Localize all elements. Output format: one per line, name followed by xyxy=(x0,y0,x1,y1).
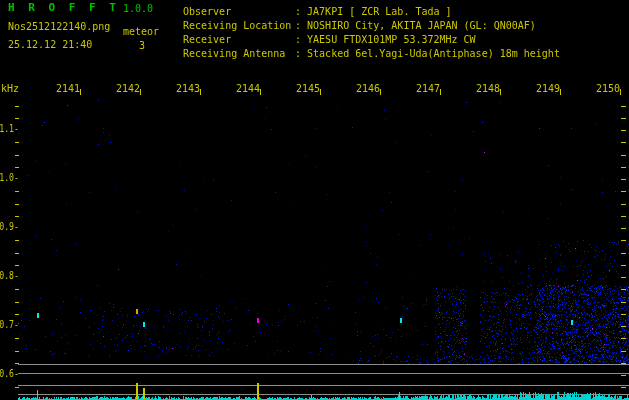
output-filename: Nos2512122140.png xyxy=(8,22,110,32)
info-label: Receiver xyxy=(183,35,295,45)
info-row-location: Receiving Location: NOSHIRO City, AKITA … xyxy=(183,21,536,31)
time-tick-label: 2143 xyxy=(146,84,200,94)
info-separator: : xyxy=(295,6,307,17)
spectrogram-canvas xyxy=(0,0,629,400)
app-title: H R O F F T xyxy=(8,3,119,13)
time-tick-label: 2148 xyxy=(446,84,500,94)
info-separator: : xyxy=(295,20,307,31)
freq-tick-label: 0.6- xyxy=(0,369,19,379)
info-label: Observer xyxy=(183,7,295,17)
app-version: 1.0.0 xyxy=(123,4,153,14)
freq-axis-unit-label: kHz xyxy=(1,84,19,94)
info-label: Receiving Location xyxy=(183,21,295,31)
time-tick-label: 2149 xyxy=(506,84,560,94)
time-tick-label: 2150 xyxy=(566,84,620,94)
info-value: NOSHIRO City, AKITA JAPAN (GL: QN00AF) xyxy=(307,20,536,31)
freq-tick-label: 0.9- xyxy=(0,222,19,232)
info-row-antenna: Receiving Antenna: Stacked 6el.Yagi-Uda(… xyxy=(183,49,560,59)
time-tick-label: 2146 xyxy=(326,84,380,94)
info-separator: : xyxy=(295,48,307,59)
hrofft-screen: H R O F F T 1.0.0 Nos2512122140.png mete… xyxy=(0,0,629,400)
observation-datetime: 25.12.12 21:40 xyxy=(8,40,92,50)
freq-tick-label: 0.7- xyxy=(0,320,19,330)
time-tick-label: 2142 xyxy=(86,84,140,94)
freq-tick-label: 1.0- xyxy=(0,173,19,183)
time-tick-label: 2141 xyxy=(26,84,80,94)
observation-mode: meteor xyxy=(123,27,159,37)
info-value: Stacked 6el.Yagi-Uda(Antiphase) 18m heig… xyxy=(307,48,560,59)
freq-tick-label: 1.1- xyxy=(0,124,19,134)
meteor-count: 3 xyxy=(139,41,145,51)
info-row-receiver: Receiver: YAESU FTDX101MP 53.372MHz CW xyxy=(183,35,476,45)
freq-tick-label: 0.8- xyxy=(0,271,19,281)
time-tick-label: 2145 xyxy=(266,84,320,94)
info-label: Receiving Antenna xyxy=(183,49,295,59)
info-row-observer: Observer: JA7KPI [ ZCR Lab. Tada ] xyxy=(183,7,452,17)
info-separator: : xyxy=(295,34,307,45)
time-tick-label: 2147 xyxy=(386,84,440,94)
time-tick-label: 2144 xyxy=(206,84,260,94)
info-value: JA7KPI [ ZCR Lab. Tada ] xyxy=(307,6,452,17)
info-value: YAESU FTDX101MP 53.372MHz CW xyxy=(307,34,476,45)
